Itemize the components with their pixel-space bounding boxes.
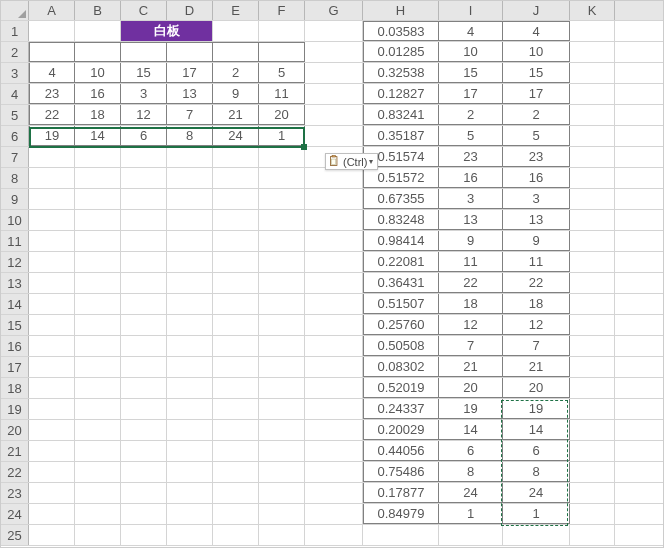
cell-K7[interactable] xyxy=(570,147,615,167)
cell-D14[interactable] xyxy=(167,294,213,314)
cell-E25[interactable] xyxy=(213,525,259,545)
col-header-D[interactable]: D xyxy=(167,1,213,20)
cell-A5[interactable]: 22 xyxy=(29,105,75,125)
cell-G9[interactable] xyxy=(305,189,363,209)
cell-K25[interactable] xyxy=(570,525,615,545)
cell-K10[interactable] xyxy=(570,210,615,230)
row-header-8[interactable]: 8 xyxy=(1,168,29,188)
row-header-9[interactable]: 9 xyxy=(1,189,29,209)
cell-E14[interactable] xyxy=(213,294,259,314)
row-header-2[interactable]: 2 xyxy=(1,42,29,62)
cell-G21[interactable] xyxy=(305,441,363,461)
cell-B5[interactable]: 18 xyxy=(75,105,121,125)
cell-G4[interactable] xyxy=(305,84,363,104)
cell-K18[interactable] xyxy=(570,378,615,398)
cell-E23[interactable] xyxy=(213,483,259,503)
cell-B4[interactable]: 16 xyxy=(75,84,121,104)
cell-K1[interactable] xyxy=(570,21,615,41)
cell-F17[interactable] xyxy=(259,357,305,377)
cell-K4[interactable] xyxy=(570,84,615,104)
cell-D15[interactable] xyxy=(167,315,213,335)
cell-B22[interactable] xyxy=(75,462,121,482)
cell-F6[interactable]: 1 xyxy=(259,126,305,146)
row-header-3[interactable]: 3 xyxy=(1,63,29,83)
cell-F10[interactable] xyxy=(259,210,305,230)
cell-G18[interactable] xyxy=(305,378,363,398)
cell-H19[interactable]: 0.24337 xyxy=(363,399,439,419)
cell-K5[interactable] xyxy=(570,105,615,125)
cell-F4[interactable]: 11 xyxy=(259,84,305,104)
cell-F5[interactable]: 20 xyxy=(259,105,305,125)
cell-B21[interactable] xyxy=(75,441,121,461)
cell-I8[interactable]: 16 xyxy=(439,168,503,188)
cell-G23[interactable] xyxy=(305,483,363,503)
cell-J10[interactable]: 13 xyxy=(503,210,570,230)
cell-A23[interactable] xyxy=(29,483,75,503)
row-header-19[interactable]: 19 xyxy=(1,399,29,419)
cell-H24[interactable]: 0.84979 xyxy=(363,504,439,524)
cell-H11[interactable]: 0.98414 xyxy=(363,231,439,251)
cell-H23[interactable]: 0.17877 xyxy=(363,483,439,503)
cell-F22[interactable] xyxy=(259,462,305,482)
cell-K15[interactable] xyxy=(570,315,615,335)
cell-A14[interactable] xyxy=(29,294,75,314)
cell-H18[interactable]: 0.52019 xyxy=(363,378,439,398)
cell-K6[interactable] xyxy=(570,126,615,146)
cell-I24[interactable]: 1 xyxy=(439,504,503,524)
row-header-4[interactable]: 4 xyxy=(1,84,29,104)
cell-J11[interactable]: 9 xyxy=(503,231,570,251)
cell-F12[interactable] xyxy=(259,252,305,272)
cell-A3[interactable]: 4 xyxy=(29,63,75,83)
cell-A7[interactable] xyxy=(29,147,75,167)
cell-C15[interactable] xyxy=(121,315,167,335)
cell-E12[interactable] xyxy=(213,252,259,272)
cell-H1[interactable]: 0.03583 xyxy=(363,21,439,41)
cell-D22[interactable] xyxy=(167,462,213,482)
row-header-18[interactable]: 18 xyxy=(1,378,29,398)
cell-D6[interactable]: 8 xyxy=(167,126,213,146)
cell-H21[interactable]: 0.44056 xyxy=(363,441,439,461)
cell-E21[interactable] xyxy=(213,441,259,461)
cell-C14[interactable] xyxy=(121,294,167,314)
cell-A18[interactable] xyxy=(29,378,75,398)
cell-B16[interactable] xyxy=(75,336,121,356)
cell-J15[interactable]: 12 xyxy=(503,315,570,335)
cell-I15[interactable]: 12 xyxy=(439,315,503,335)
cell-I13[interactable]: 22 xyxy=(439,273,503,293)
cell-G11[interactable] xyxy=(305,231,363,251)
cell-K14[interactable] xyxy=(570,294,615,314)
cell-C7[interactable] xyxy=(121,147,167,167)
cell-H25[interactable] xyxy=(363,525,439,545)
cell-J1[interactable]: 4 xyxy=(503,21,570,41)
cell-H6[interactable]: 0.35187 xyxy=(363,126,439,146)
cell-D23[interactable] xyxy=(167,483,213,503)
cell-I20[interactable]: 14 xyxy=(439,420,503,440)
cell-B11[interactable] xyxy=(75,231,121,251)
cell-C2[interactable] xyxy=(121,42,167,62)
cell-C1[interactable]: 白板 xyxy=(121,21,213,41)
cell-I9[interactable]: 3 xyxy=(439,189,503,209)
cell-J21[interactable]: 6 xyxy=(503,441,570,461)
cell-B10[interactable] xyxy=(75,210,121,230)
cell-G25[interactable] xyxy=(305,525,363,545)
row-header-22[interactable]: 22 xyxy=(1,462,29,482)
cell-A15[interactable] xyxy=(29,315,75,335)
cell-I7[interactable]: 23 xyxy=(439,147,503,167)
cell-D3[interactable]: 17 xyxy=(167,63,213,83)
cell-G12[interactable] xyxy=(305,252,363,272)
cell-G8[interactable] xyxy=(305,168,363,188)
cell-C11[interactable] xyxy=(121,231,167,251)
cell-A24[interactable] xyxy=(29,504,75,524)
cell-H22[interactable]: 0.75486 xyxy=(363,462,439,482)
cell-G5[interactable] xyxy=(305,105,363,125)
cell-J17[interactable]: 21 xyxy=(503,357,570,377)
cell-F16[interactable] xyxy=(259,336,305,356)
cell-I6[interactable]: 5 xyxy=(439,126,503,146)
cell-B9[interactable] xyxy=(75,189,121,209)
cell-D4[interactable]: 13 xyxy=(167,84,213,104)
cell-K16[interactable] xyxy=(570,336,615,356)
cell-G2[interactable] xyxy=(305,42,363,62)
cell-B8[interactable] xyxy=(75,168,121,188)
cell-A12[interactable] xyxy=(29,252,75,272)
cell-J4[interactable]: 17 xyxy=(503,84,570,104)
